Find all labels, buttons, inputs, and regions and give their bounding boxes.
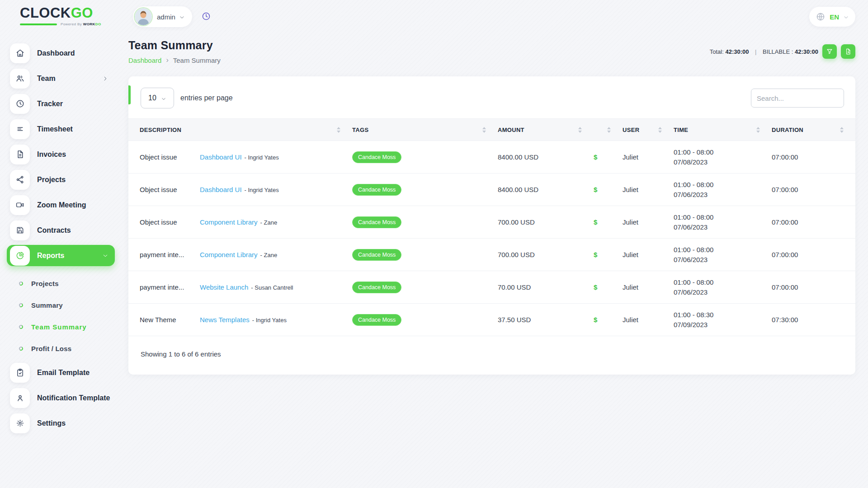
project-link[interactable]: Component Library — [200, 251, 258, 258]
sidebar-item-invoices[interactable]: Invoices — [7, 144, 115, 165]
project-link[interactable]: Website Launch — [200, 283, 248, 291]
currency-cell: $ — [594, 251, 623, 258]
card-accent-bar — [128, 85, 131, 104]
breadcrumb-chevron-icon: › — [166, 56, 168, 64]
assignee-text: - Zane — [260, 252, 278, 258]
amount-cell: 8400.00 USD — [498, 153, 594, 161]
breadcrumb: Dashboard › Team Summary — [128, 56, 221, 64]
description-text: Object issue — [140, 153, 200, 161]
user-cell: Juliet — [623, 251, 674, 258]
project-link[interactable]: Dashboard UI — [200, 153, 242, 161]
sidebar-item-dashboard[interactable]: Dashboard — [7, 42, 115, 64]
dollar-icon: $ — [594, 283, 597, 291]
powered-by-text: Powered By — [61, 22, 82, 26]
user-cell: Juliet — [623, 186, 674, 193]
language-label: EN — [830, 13, 839, 21]
sidebar-item-email-template[interactable]: Email Template — [7, 362, 115, 383]
sidebar-subitem-projects[interactable]: Projects — [7, 274, 115, 292]
filter-button[interactable] — [822, 44, 837, 59]
sidebar-item-label: Reports — [37, 252, 102, 260]
language-selector[interactable]: EN — [809, 7, 855, 27]
powered-brand-text: WORK — [83, 22, 95, 26]
column-header-description[interactable]: DESCRIPTION — [128, 127, 352, 133]
sidebar-item-settings[interactable]: Settings — [7, 413, 115, 434]
description-text: Object issue — [140, 186, 200, 193]
sidebar-item-label: Settings — [37, 419, 108, 427]
sort-icon — [578, 127, 582, 133]
tags-cell: Candace Moss — [352, 216, 498, 228]
assignee-text: - Zane — [260, 219, 278, 226]
column-header-tags[interactable]: TAGS — [352, 127, 498, 133]
assignee-text: - Ingrid Yates — [252, 317, 287, 324]
breadcrumb-dashboard-link[interactable]: Dashboard — [128, 56, 161, 64]
dollar-icon: $ — [594, 251, 597, 258]
time-date: 07/08/2023 — [674, 157, 767, 167]
sidebar-subitem-team-summary[interactable]: Team Summary — [7, 318, 115, 336]
sidebar-item-label: Email Template — [37, 369, 108, 377]
sidebar-item-tracker[interactable]: Tracker — [7, 93, 115, 114]
sidebar-subitem-summary[interactable]: Summary — [7, 296, 115, 314]
page-header-actions: Total: 42:30:00 | BILLABLE : 42:30:00 — [710, 44, 855, 59]
breadcrumb-current: Team Summary — [173, 56, 221, 64]
project-link[interactable]: Component Library — [200, 218, 258, 226]
sidebar-item-projects[interactable]: Projects — [7, 169, 115, 190]
tags-cell: Candace Moss — [352, 151, 498, 163]
totals-separator: | — [755, 48, 756, 55]
time-date: 07/06/2023 — [674, 287, 767, 297]
sidebar-item-zoom-meeting[interactable]: Zoom Meeting — [7, 194, 115, 216]
description-text: New Theme — [140, 316, 200, 324]
clock-icon — [10, 94, 30, 114]
sidebar-subitem-profit-loss[interactable]: Profit / Loss — [7, 339, 115, 357]
sidebar-item-label: Contracts — [37, 226, 108, 235]
time-cell: 01:00 - 08:3007/09/2023 — [674, 310, 772, 330]
column-header-time[interactable]: TIME — [674, 127, 772, 133]
avatar — [135, 8, 152, 25]
amount-cell: 700.00 USD — [498, 251, 594, 258]
project-link[interactable]: News Templates — [200, 316, 250, 324]
column-header-label: DESCRIPTION — [140, 127, 181, 133]
bullet-icon — [19, 324, 23, 329]
brand-logo[interactable]: CLOCKGO Powered By WORKDO — [0, 5, 128, 26]
tags-cell: Candace Moss — [352, 282, 498, 293]
entries-per-page-select[interactable]: 10 — [141, 88, 174, 108]
sidebar-item-label: Team — [37, 75, 102, 83]
amount-cell: 70.00 USD — [498, 283, 594, 291]
search-input[interactable] — [751, 89, 844, 108]
sort-icon — [756, 127, 760, 133]
gear-icon — [10, 413, 30, 433]
sidebar-item-contracts[interactable]: Contracts — [7, 220, 115, 241]
column-header-amount[interactable]: AMOUNT — [498, 127, 594, 133]
sidebar-item-notification-template[interactable]: Notification Template — [7, 387, 115, 408]
sidebar-item-timesheet[interactable]: Timesheet — [7, 118, 115, 140]
amount-cell: 700.00 USD — [498, 218, 594, 226]
description-cell: payment inte...Component Library- Zane — [128, 251, 352, 258]
time-range: 01:00 - 08:30 — [674, 310, 767, 320]
total-value: 42:30:00 — [725, 48, 749, 55]
sidebar-item-team[interactable]: Team — [7, 68, 115, 89]
user-cell: Juliet — [623, 218, 674, 226]
logo-underline — [20, 23, 57, 25]
table-row: Object issueComponent Library- ZaneCanda… — [128, 206, 855, 239]
sidebar-nav-bottom: Email TemplateNotification TemplateSetti… — [7, 362, 115, 434]
video-icon — [10, 195, 30, 215]
column-header-user[interactable]: USER — [623, 127, 674, 133]
chevron-right-icon — [102, 75, 108, 82]
clock-icon — [201, 11, 211, 21]
tags-cell: Candace Moss — [352, 314, 498, 326]
project-link[interactable]: Dashboard UI — [200, 186, 242, 193]
sidebar-item-label: Notification Template — [37, 394, 110, 402]
user-menu[interactable]: admin — [133, 6, 192, 27]
tag-badge: Candace Moss — [352, 151, 401, 163]
column-header-currency[interactable] — [594, 127, 623, 133]
sidebar-item-reports[interactable]: Reports — [7, 245, 115, 266]
page-header: Team Summary Dashboard › Team Summary To… — [128, 39, 855, 64]
logo-tagline: Powered By WORKDO — [61, 22, 101, 26]
currency-cell: $ — [594, 186, 623, 193]
table-row: payment inte...Website Launch- Susan Can… — [128, 271, 855, 304]
column-header-duration[interactable]: DURATION — [772, 127, 855, 133]
time-cell: 01:00 - 08:0007/06/2023 — [674, 277, 772, 297]
sidebar-item-label: Zoom Meeting — [37, 201, 108, 209]
clock-in-button[interactable] — [201, 11, 211, 22]
export-button[interactable] — [841, 44, 855, 59]
pie-icon — [10, 246, 30, 266]
